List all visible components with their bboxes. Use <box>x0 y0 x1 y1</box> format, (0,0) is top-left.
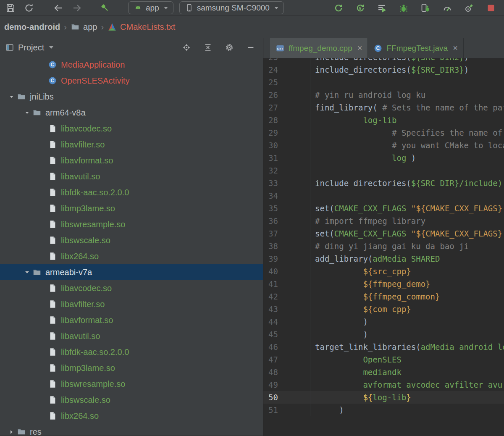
tree-item[interactable]: res <box>0 424 263 436</box>
code-line-text: log ) <box>310 152 416 164</box>
code-line-43[interactable]: 43 ${com_cpp} <box>263 303 504 315</box>
collapse-all-button[interactable] <box>202 42 213 53</box>
close-tab-icon[interactable]: × <box>453 43 458 53</box>
tree-item[interactable]: libswresample.so <box>0 216 263 232</box>
tree-item[interactable]: libavfilter.so <box>0 137 263 152</box>
run-config-selector[interactable]: app <box>128 1 173 14</box>
tree-item[interactable]: COpenSLESActivity <box>0 73 263 89</box>
code-line-46[interactable]: 46target_link_libraries(adMedia android … <box>263 341 504 353</box>
breadcrumb-item[interactable]: demo-android <box>4 22 60 32</box>
tree-item[interactable]: libavcodec.so <box>0 280 263 296</box>
code-line-28[interactable]: 28 log-lib <box>263 114 504 126</box>
tree-item[interactable]: libx264.so <box>0 248 263 264</box>
code-line-44[interactable]: 44 ) <box>263 315 504 328</box>
line-number: 31 <box>263 152 310 164</box>
breadcrumb-item[interactable]: app <box>71 22 97 32</box>
code-line-27[interactable]: 27find_library( # Sets the name of the p… <box>263 101 504 114</box>
tree-item[interactable]: jniLibs <box>0 89 263 105</box>
code-line-47[interactable]: 47 OpenSLES <box>263 353 504 366</box>
run-with-coverage-button[interactable] <box>375 2 388 14</box>
tree-item[interactable]: libx264.so <box>0 408 263 424</box>
code-line-34[interactable]: 34 <box>263 189 504 202</box>
tree-item[interactable]: libavformat.so <box>0 312 263 328</box>
code-line-32[interactable]: 32 <box>263 164 504 177</box>
apply-code-changes-button[interactable]: A <box>354 2 366 14</box>
code-line-26[interactable]: 26# yin ru android log ku <box>263 89 504 101</box>
caret-down-icon <box>164 7 168 9</box>
phone-icon <box>185 3 194 12</box>
code-line-45[interactable]: 45 ) <box>263 328 504 341</box>
breadcrumb-label: app <box>83 22 97 32</box>
tree-item[interactable]: libfdk-aac.so.2.0.0 <box>0 344 263 360</box>
code-line-39[interactable]: 39add_library(adMedia SHARED <box>263 252 504 265</box>
code-line-50[interactable]: 50 ${log-lib} <box>263 391 504 404</box>
stop-button[interactable] <box>485 2 497 14</box>
tree-item-label: libswresample.so <box>61 220 125 229</box>
tree-item[interactable]: libavfilter.so <box>0 296 263 312</box>
code-editor[interactable]: 23include_directories(${SRC_DIR2})24incl… <box>263 58 504 436</box>
tree-item[interactable]: armeabi-v7a <box>0 264 263 280</box>
profile-low-overhead-button[interactable] <box>463 2 475 14</box>
code-line-23[interactable]: 23include_directories(${SRC_DIR2}) <box>263 58 504 63</box>
code-line-51[interactable]: 51 ) <box>263 404 504 416</box>
tree-item-label: libswresample.so <box>61 379 125 389</box>
tree-item[interactable]: libavutil.so <box>0 328 263 344</box>
code-line-text: add_library(adMedia SHARED <box>310 252 440 265</box>
code-line-42[interactable]: 42 ${ffmpeg_common} <box>263 290 504 303</box>
build-button[interactable] <box>99 2 111 14</box>
back-button[interactable] <box>52 2 65 14</box>
file-icon <box>48 379 57 389</box>
close-tab-icon[interactable]: × <box>357 43 362 53</box>
breadcrumb-item[interactable]: CMakeLists.txt <box>108 22 175 32</box>
line-number: 51 <box>263 404 310 416</box>
tab-ffmpeg_demo.cpp[interactable]: C++ffmpeg_demo.cpp× <box>270 38 368 58</box>
code-line-48[interactable]: 48 mediandk <box>263 366 504 378</box>
code-line-29[interactable]: 29 # Specifies the name of the <box>263 126 504 139</box>
chevron-down-icon[interactable] <box>6 94 17 100</box>
code-line-text: include_directories(${SRC_DIR}/include) <box>310 177 502 189</box>
code-line-text: include_directories(${SRC_DIR3}) <box>310 63 469 76</box>
tree-item[interactable]: libavformat.so <box>0 152 263 168</box>
profiler-button[interactable] <box>441 2 454 14</box>
debug-button[interactable] <box>397 2 410 14</box>
tree-item[interactable]: libfdk-aac.so.2.0.0 <box>0 184 263 200</box>
code-line-33[interactable]: 33include_directories(${SRC_DIR}/include… <box>263 177 504 189</box>
code-line-40[interactable]: 40 ${src_cpp} <box>263 265 504 278</box>
save-button[interactable] <box>4 2 17 14</box>
code-line-30[interactable]: 30 # you want CMake to locate. <box>263 139 504 152</box>
code-line-36[interactable]: 36# import ffmpeg library <box>263 215 504 227</box>
code-line-49[interactable]: 49 avformat avcodec avfilter avu <box>263 378 504 391</box>
chevron-down-icon[interactable] <box>21 110 32 116</box>
code-line-25[interactable]: 25 <box>263 76 504 89</box>
chevron-right-icon[interactable] <box>6 429 17 435</box>
code-line-31[interactable]: 31 log ) <box>263 152 504 164</box>
tree-item[interactable]: libswscale.so <box>0 392 263 408</box>
project-panel-title[interactable]: Project <box>18 43 44 53</box>
locate-file-button[interactable] <box>181 42 192 53</box>
tree-item[interactable]: CMediaApplication <box>0 57 263 73</box>
tab-FFmpegTest.java[interactable]: CFFmpegTest.java× <box>368 38 463 58</box>
forward-button[interactable] <box>71 2 83 14</box>
settings-button[interactable] <box>224 42 235 53</box>
sync-button[interactable] <box>23 2 35 14</box>
apply-changes-button[interactable] <box>332 2 344 14</box>
code-line-41[interactable]: 41 ${ffmpeg_demo} <box>263 278 504 290</box>
tree-item[interactable]: libswscale.so <box>0 232 263 248</box>
hide-panel-button[interactable] <box>245 42 256 53</box>
attach-debugger-button[interactable] <box>419 2 432 14</box>
device-selector[interactable]: samsung SM-C9000 <box>179 1 284 14</box>
code-line-text: # you want CMake to locate. <box>310 139 504 152</box>
tree-item[interactable]: libmp3lame.so <box>0 360 263 376</box>
code-line-text: OpenSLES <box>310 353 402 366</box>
tree-item[interactable]: libmp3lame.so <box>0 200 263 216</box>
tree-item[interactable]: libavutil.so <box>0 168 263 184</box>
code-line-37[interactable]: 37set(CMAKE_CXX_FLAGS "${CMAKE_CXX_FLAGS… <box>263 227 504 240</box>
tree-item[interactable]: arm64-v8a <box>0 105 263 121</box>
code-line-38[interactable]: 38# ding yi jiang gai ku da bao ji <box>263 240 504 252</box>
tree-item[interactable]: libavcodec.so <box>0 121 263 137</box>
chevron-down-icon[interactable] <box>21 269 32 276</box>
tree-item[interactable]: libswresample.so <box>0 376 263 392</box>
android-studio-window: app samsung SM-C9000 A demo-android›app›… <box>0 0 504 436</box>
code-line-24[interactable]: 24include_directories(${SRC_DIR3}) <box>263 63 504 76</box>
code-line-35[interactable]: 35set(CMAKE_CXX_FLAGS "${CMAKE_CXX_FLAGS… <box>263 202 504 215</box>
